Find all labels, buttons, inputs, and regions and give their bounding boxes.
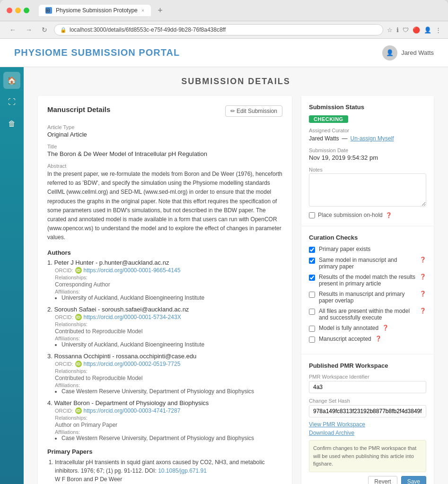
orcid-link-1[interactable]: https://orcid.org/0000-0001-9665-4145 (84, 267, 181, 274)
curator-row: Jared Watts — Un-assign Myself (309, 135, 426, 142)
author-name: 2. Soroush Safaei - soroush.safaei@auckl… (47, 306, 282, 313)
menu-button[interactable]: ⋮ (435, 26, 441, 34)
primary-papers-label: Primary Papers (47, 448, 282, 455)
extension-button[interactable]: 🔴 (413, 26, 420, 34)
relationships-label: Relationships: (55, 275, 282, 280)
orcid-icon: ID (75, 407, 82, 414)
profile-button[interactable]: 👤 (424, 26, 431, 34)
author-name: 3. Rossanna Occhipinti - rossana.occhipi… (47, 353, 282, 360)
help-icon: ❓ (420, 257, 426, 263)
check-results-match[interactable] (309, 275, 315, 281)
sidebar-item-trash[interactable]: 🗑 (3, 115, 20, 132)
check-primary-paper[interactable] (309, 247, 315, 253)
new-tab-button[interactable]: + (158, 6, 163, 16)
on-hold-text: Place submission on-hold (318, 212, 383, 218)
orcid-link-4[interactable]: https://orcid.org/0000-0003-4741-7287 (84, 407, 181, 414)
check-all-files[interactable] (309, 309, 315, 315)
edit-submission-button[interactable]: ✏ Edit Submission (225, 105, 282, 117)
check-item: Results in manuscript and primary paper … (309, 291, 426, 304)
app-body: 🏠 ⛶ 🗑 SUBMISSION DETAILS Manuscript Deta… (0, 67, 448, 484)
tab-close-button[interactable]: × (141, 8, 144, 13)
view-pmr-button[interactable]: View PMR Workspace (309, 421, 365, 428)
bookmark-button[interactable]: ☆ (387, 26, 393, 34)
sidebar: 🏠 ⛶ 🗑 (0, 67, 24, 484)
browser-tab[interactable]: ⊞ Physiome Submission Prototype × (39, 5, 151, 16)
article-type-label: Article Type (47, 124, 282, 130)
list-item: 4. Walter Boron - Department of Physiolo… (47, 399, 282, 441)
pmr-identifier-input[interactable] (309, 381, 426, 393)
maximize-window-button[interactable] (24, 8, 29, 13)
title-label: Title (47, 144, 282, 149)
browser-addressbar: ← → ↻ 🔒 localhost:3000/details/6fd8553c-… (0, 21, 448, 39)
app-logo: PHYSIOME SUBMISSION PORTAL (14, 47, 180, 58)
affiliations-label: Affiliations: (55, 382, 282, 388)
author-name: 4. Walter Boron - Department of Physiolo… (47, 399, 282, 406)
curator-label: Assigned Curator (309, 128, 426, 133)
check-annotated[interactable] (309, 326, 315, 332)
list-item: Case Western Reserve University, Departm… (61, 388, 282, 395)
date-value: Nov 19, 2019 9:54:32 pm (309, 154, 426, 161)
doi-link[interactable]: 10.1085/jgp.671.91 (158, 467, 207, 474)
back-button[interactable]: ← (7, 25, 19, 35)
sidebar-item-expand[interactable]: ⛶ (3, 94, 20, 111)
download-archive-button[interactable]: Download Archive (309, 430, 354, 436)
check-label: Primary paper exists (319, 246, 370, 252)
check-manuscript-accepted[interactable] (309, 337, 315, 343)
check-item: Same model in manuscript and primary pap… (309, 257, 426, 270)
address-bar[interactable]: 🔒 localhost:3000/details/6fd8553c-e75f-4… (54, 24, 383, 35)
help-icon: ❓ (386, 212, 392, 218)
orcid-link-2[interactable]: https://orcid.org/0000-0001-5734-243X (84, 314, 181, 320)
unassign-button[interactable]: Un-assign Myself (351, 135, 394, 142)
help-icon: ❓ (382, 325, 389, 331)
check-item: All files are present within the model a… (309, 308, 426, 321)
help-icon: ❓ (375, 336, 382, 342)
check-label: Results of the model match the results p… (319, 274, 416, 287)
refresh-button[interactable]: ↻ (39, 25, 50, 35)
on-hold-checkbox[interactable] (309, 212, 315, 218)
revert-button[interactable]: Revert (368, 476, 397, 484)
on-hold-label[interactable]: Place submission on-hold ❓ (309, 212, 426, 218)
help-icon: ❓ (420, 274, 426, 280)
list-item: 3. Rossanna Occhipinti - rossana.occhipi… (47, 353, 282, 395)
check-same-model[interactable] (309, 258, 315, 264)
abstract-label: Abstract (47, 163, 282, 169)
pmr-hash-label: Change Set Hash (309, 398, 426, 404)
curation-title: Curation Checks (309, 234, 426, 241)
orcid-icon: ID (75, 361, 82, 367)
save-button[interactable]: Save (401, 476, 426, 484)
relationships-value: Author on Primary Paper (55, 422, 282, 428)
forward-button[interactable]: → (23, 25, 35, 35)
status-badge: CHECKING (309, 115, 348, 123)
pmr-identifier-label: PMR Workspace Identifier (309, 374, 426, 380)
list-item: 2. Soroush Safaei - soroush.safaei@auckl… (47, 306, 282, 348)
minimize-window-button[interactable] (15, 8, 21, 13)
check-label: Manuscript accepted (319, 336, 371, 342)
article-type-value: Original Article (47, 131, 282, 138)
orcid-link-3[interactable]: https://orcid.org/0000-0002-0519-7725 (84, 361, 181, 367)
affiliations-list: University of Auckland, Auckland Bioengi… (61, 341, 282, 348)
browser-titlebar: ⊞ Physiome Submission Prototype × + (0, 0, 448, 21)
notes-textarea[interactable] (309, 173, 426, 207)
shield-button[interactable]: 🛡 (403, 26, 409, 34)
affiliations-list: University of Auckland, Auckland Bioengi… (61, 294, 282, 301)
relationships-value: Contributed to Reproducible Model (55, 328, 282, 335)
list-item: University of Auckland, Auckland Bioengi… (61, 341, 282, 348)
check-label: Model is fully annotated (319, 325, 378, 331)
affiliations-label: Affiliations: (55, 336, 282, 341)
panel-header: Manuscript Details ✏ Edit Submission (47, 105, 282, 117)
list-item: Intracellular pH transients in squid gia… (55, 458, 282, 484)
primary-papers: Intracellular pH transients in squid gia… (47, 458, 282, 484)
url-text: localhost:3000/details/6fd8553c-e75f-49d… (70, 26, 377, 33)
check-results-overlap[interactable] (309, 292, 315, 298)
close-window-button[interactable] (7, 8, 12, 13)
check-item: Primary paper exists (309, 246, 426, 253)
info-button[interactable]: ℹ (396, 26, 399, 34)
pmr-section: Published PMR Workspace PMR Workspace Id… (301, 354, 434, 484)
check-label: Results in manuscript and primary paper … (319, 291, 416, 304)
curator-name: Jared Watts (309, 135, 339, 142)
browser-actions: ☆ ℹ 🛡 🔴 👤 ⋮ (387, 26, 441, 34)
sidebar-item-home[interactable]: 🏠 (3, 72, 20, 89)
pmr-hash-input[interactable] (309, 405, 426, 417)
abstract-text: In the present paper, we re-formulate th… (47, 170, 282, 242)
window-controls (7, 8, 29, 13)
